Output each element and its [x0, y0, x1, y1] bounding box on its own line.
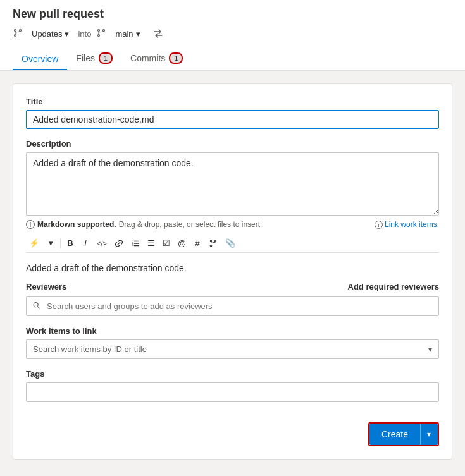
tab-commits[interactable]: Commits 1 — [121, 47, 192, 70]
description-textarea[interactable]: Added a draft of the demonstration code. — [26, 152, 439, 216]
svg-point-0 — [15, 29, 16, 31]
svg-line-19 — [37, 306, 39, 308]
toolbar-more-btn[interactable]: ▾ — [44, 236, 58, 250]
tab-overview[interactable]: Overview — [13, 49, 67, 70]
work-items-label: Work items to link — [26, 326, 439, 336]
page-header: New pull request Updates ▾ into — [0, 0, 465, 71]
create-btn-wrapper: Create ▾ — [368, 422, 439, 446]
toolbar-bold-btn[interactable]: B — [63, 236, 77, 250]
add-reviewers-link[interactable]: Add required reviewers — [348, 282, 440, 291]
git-branch-icon-2 — [96, 28, 106, 40]
toolbar-unordered-list-btn[interactable]: ☰ — [144, 236, 158, 250]
markdown-bold: Markdown supported. — [37, 220, 116, 229]
svg-text:3: 3 — [132, 243, 134, 247]
tags-label: Tags — [26, 369, 439, 379]
git-branch-icon — [13, 28, 23, 40]
reviewers-label: Reviewers — [26, 282, 66, 291]
toolbar-mention-btn[interactable]: @ — [175, 236, 189, 250]
toolbar-suggest-btn[interactable]: ⚡ — [26, 236, 42, 250]
toolbar-pr-btn[interactable] — [206, 237, 221, 250]
reviewers-header: Reviewers Add required reviewers — [26, 282, 439, 291]
markdown-footer: i Markdown supported. Drag & drop, paste… — [26, 217, 439, 231]
markdown-note: i Markdown supported. Drag & drop, paste… — [26, 220, 262, 229]
files-badge: 1 — [99, 52, 113, 64]
commits-badge: 1 — [169, 52, 183, 64]
preview-text: Added a draft of the demonstration code. — [26, 263, 439, 273]
title-group: Title — [26, 97, 439, 129]
reviewers-group: Reviewers Add required reviewers — [26, 282, 439, 316]
svg-point-6 — [103, 29, 105, 31]
target-branch-btn[interactable]: main ▾ — [111, 28, 144, 40]
chevron-down-icon-3: ▾ — [428, 345, 432, 354]
main-content: Title Description Added a draft of the d… — [0, 71, 465, 472]
footer-actions: Create ▾ — [26, 422, 439, 446]
title-input[interactable] — [26, 110, 439, 129]
reviewers-search-input[interactable] — [26, 296, 439, 316]
swap-branches-btn[interactable] — [149, 27, 167, 40]
toolbar-code-btn[interactable]: </> — [94, 238, 110, 249]
form-card: Title Description Added a draft of the d… — [13, 83, 452, 460]
tags-group: Tags — [26, 369, 439, 412]
source-branch-btn[interactable]: Updates ▾ — [28, 28, 73, 40]
link-work-items-link[interactable]: Link work items. — [385, 220, 439, 229]
reviewers-search-wrapper — [26, 296, 439, 316]
chevron-down-icon-4: ▾ — [427, 430, 431, 439]
toolbar-separator-1 — [60, 238, 61, 248]
markdown-drag-text: Drag & drop, paste, or select files to i… — [119, 220, 263, 229]
chevron-down-icon-2: ▾ — [136, 29, 140, 39]
link-work-items: i Link work items. — [375, 220, 439, 229]
branch-selector: Updates ▾ into main ▾ — [13, 27, 452, 40]
link-info-icon: i — [375, 221, 383, 229]
work-items-placeholder: Search work items by ID or title — [33, 345, 147, 354]
svg-point-14 — [210, 240, 212, 242]
page-title: New pull request — [13, 8, 452, 21]
create-button[interactable]: Create — [369, 424, 420, 445]
svg-point-5 — [98, 34, 100, 36]
toolbar-italic-btn[interactable]: I — [78, 236, 92, 250]
svg-point-15 — [210, 245, 212, 247]
work-items-dropdown[interactable]: Search work items by ID or title ▾ — [26, 339, 439, 359]
tags-input[interactable] — [26, 382, 439, 402]
description-group: Description Added a draft of the demonst… — [26, 139, 439, 253]
search-icon — [32, 301, 41, 312]
svg-point-1 — [15, 34, 16, 36]
title-label: Title — [26, 97, 439, 106]
toolbar-ordered-list-btn[interactable]: 1 2 3 — [128, 237, 143, 250]
svg-point-2 — [20, 29, 22, 31]
info-icon: i — [26, 220, 35, 229]
toolbar-task-list-btn[interactable]: ☑ — [159, 236, 173, 250]
description-label: Description — [26, 139, 439, 149]
chevron-down-icon: ▾ — [65, 29, 69, 39]
description-toolbar: ⚡ ▾ B I </> — [26, 234, 439, 253]
toolbar-heading-btn[interactable]: # — [190, 236, 204, 250]
toolbar-link-btn[interactable] — [111, 237, 127, 250]
tab-files[interactable]: Files 1 — [67, 47, 121, 70]
create-split-button[interactable]: ▾ — [420, 424, 438, 445]
work-items-group: Work items to link Search work items by … — [26, 326, 439, 359]
svg-point-4 — [98, 29, 100, 31]
tab-bar: Overview Files 1 Commits 1 — [13, 47, 452, 70]
svg-point-16 — [214, 240, 216, 242]
toolbar-attach-btn[interactable]: 📎 — [222, 236, 239, 250]
